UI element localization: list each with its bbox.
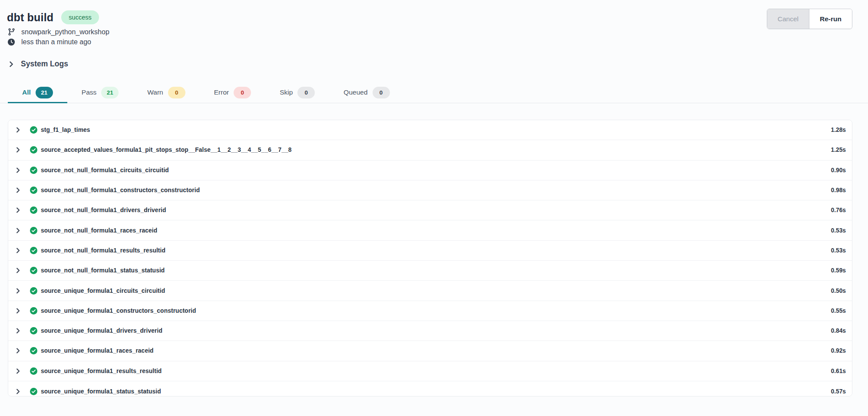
result-name: source_not_null_formula1_constructors_co…: [41, 187, 200, 193]
result-duration: 0.53s: [831, 227, 846, 234]
tab-warn[interactable]: Warn 0: [133, 83, 199, 103]
result-duration: 0.50s: [831, 288, 846, 294]
expand-chevron-icon[interactable]: [15, 308, 21, 314]
expand-chevron-icon[interactable]: [15, 167, 21, 174]
expand-chevron-icon[interactable]: [15, 368, 21, 374]
result-name: source_not_null_formula1_status_statusid: [41, 267, 165, 274]
result-name: source_unique_formula1_circuits_circuiti…: [41, 288, 165, 294]
pass-check-icon: [30, 227, 37, 234]
result-duration: 0.90s: [831, 167, 846, 174]
pass-check-icon: [30, 247, 37, 254]
result-duration: 0.59s: [831, 267, 846, 274]
result-row[interactable]: source_not_null_formula1_drivers_driveri…: [8, 200, 852, 220]
expand-chevron-icon[interactable]: [15, 187, 21, 193]
tab-label: Skip: [280, 88, 293, 96]
tab-count-badge: 21: [101, 87, 119, 98]
result-duration: 0.55s: [831, 308, 846, 314]
result-row[interactable]: source_not_null_formula1_constructors_co…: [8, 180, 852, 200]
expand-chevron-icon[interactable]: [15, 328, 21, 334]
tab-queued[interactable]: Queued 0: [329, 83, 404, 103]
result-row[interactable]: source_unique_formula1_circuits_circuiti…: [8, 281, 852, 301]
run-time-ago: less than a minute ago: [21, 38, 91, 46]
result-row[interactable]: source_unique_formula1_drivers_driverid …: [8, 321, 852, 341]
git-branch-icon: [7, 28, 16, 36]
tab-count-badge: 21: [36, 87, 53, 98]
tab-label: Pass: [82, 88, 96, 96]
result-row[interactable]: source_not_null_formula1_results_resulti…: [8, 241, 852, 261]
pass-check-icon: [30, 347, 37, 354]
result-row[interactable]: source_unique_formula1_status_statusid 0…: [8, 381, 852, 396]
pass-check-icon: [30, 388, 37, 395]
result-duration: 0.53s: [831, 247, 846, 254]
result-name: source_unique_formula1_constructors_cons…: [41, 308, 196, 314]
rerun-button[interactable]: Re-run: [809, 9, 852, 29]
expand-chevron-icon[interactable]: [15, 147, 21, 153]
status-tabs: All 21 Pass 21 Warn 0 Error 0 Skip 0 Que…: [0, 83, 868, 103]
expand-chevron-icon[interactable]: [15, 127, 21, 133]
tab-skip[interactable]: Skip 0: [265, 83, 329, 103]
result-row[interactable]: source_unique_formula1_constructors_cons…: [8, 301, 852, 321]
run-actions: Cancel Re-run: [767, 9, 852, 29]
tab-label: All: [22, 88, 31, 96]
tab-error[interactable]: Error 0: [200, 83, 265, 103]
clock-icon: [7, 38, 16, 46]
expand-chevron-icon[interactable]: [15, 207, 21, 213]
page-title: dbt build: [7, 11, 53, 24]
result-duration: 0.76s: [831, 207, 846, 213]
result-name: source_accepted_values_formula1_pit_stop…: [41, 147, 292, 153]
result-name: source_unique_formula1_status_statusid: [41, 388, 161, 395]
system-logs-label: System Logs: [21, 59, 68, 69]
pass-check-icon: [30, 267, 37, 274]
tab-pass[interactable]: Pass 21: [67, 83, 133, 103]
result-row[interactable]: source_not_null_formula1_circuits_circui…: [8, 161, 852, 180]
expand-chevron-icon[interactable]: [15, 288, 21, 294]
pass-check-icon: [30, 287, 37, 295]
branch-line: snowpark_python_workshop: [7, 27, 852, 37]
expand-chevron-icon[interactable]: [15, 247, 21, 254]
tab-label: Queued: [343, 88, 367, 96]
expand-chevron-icon[interactable]: [15, 267, 21, 274]
system-logs-toggle[interactable]: System Logs: [8, 59, 68, 69]
result-row[interactable]: source_not_null_formula1_status_statusid…: [8, 261, 852, 281]
result-name: source_not_null_formula1_circuits_circui…: [41, 167, 169, 174]
result-duration: 0.84s: [831, 328, 846, 334]
pass-check-icon: [30, 367, 37, 375]
result-name: source_not_null_formula1_races_raceid: [41, 227, 157, 234]
pass-check-icon: [30, 126, 37, 134]
run-header: dbt build success Cancel Re-run snowpark…: [0, 0, 868, 47]
tab-label: Error: [214, 88, 229, 96]
result-row[interactable]: source_accepted_values_formula1_pit_stop…: [8, 140, 852, 160]
branch-name: snowpark_python_workshop: [21, 28, 109, 36]
result-row[interactable]: stg_f1_lap_times 1.28s: [8, 120, 852, 140]
pass-check-icon: [30, 187, 37, 194]
expand-chevron-icon[interactable]: [15, 347, 21, 354]
result-row[interactable]: source_unique_formula1_races_raceid 0.92…: [8, 341, 852, 361]
pass-check-icon: [30, 327, 37, 334]
cancel-button[interactable]: Cancel: [767, 9, 809, 29]
pass-check-icon: [30, 206, 37, 214]
tab-count-badge: 0: [168, 87, 185, 98]
expand-chevron-icon[interactable]: [15, 388, 21, 395]
result-name: source_unique_formula1_drivers_driverid: [41, 328, 162, 334]
pass-check-icon: [30, 307, 37, 314]
tab-all[interactable]: All 21: [8, 83, 67, 103]
result-duration: 0.98s: [831, 187, 846, 193]
result-name: source_not_null_formula1_drivers_driveri…: [41, 207, 166, 213]
result-name: source_unique_formula1_races_raceid: [41, 347, 154, 354]
status-badge: success: [61, 10, 99, 25]
result-duration: 1.28s: [831, 127, 846, 133]
time-line: less than a minute ago: [7, 37, 852, 47]
result-row[interactable]: source_unique_formula1_results_resultid …: [8, 361, 852, 381]
expand-chevron-icon[interactable]: [15, 227, 21, 234]
pass-check-icon: [30, 146, 37, 154]
result-duration: 0.61s: [831, 368, 846, 374]
tab-count-badge: 0: [373, 87, 390, 98]
result-duration: 0.57s: [831, 388, 846, 395]
chevron-right-icon: [8, 61, 15, 68]
result-name: source_unique_formula1_results_resultid: [41, 368, 162, 374]
results-list: stg_f1_lap_times 1.28s source_accepted_v…: [8, 120, 852, 396]
result-name: stg_f1_lap_times: [41, 127, 90, 133]
result-row[interactable]: source_not_null_formula1_races_raceid 0.…: [8, 220, 852, 240]
result-duration: 0.92s: [831, 347, 846, 354]
tab-count-badge: 0: [297, 87, 315, 98]
